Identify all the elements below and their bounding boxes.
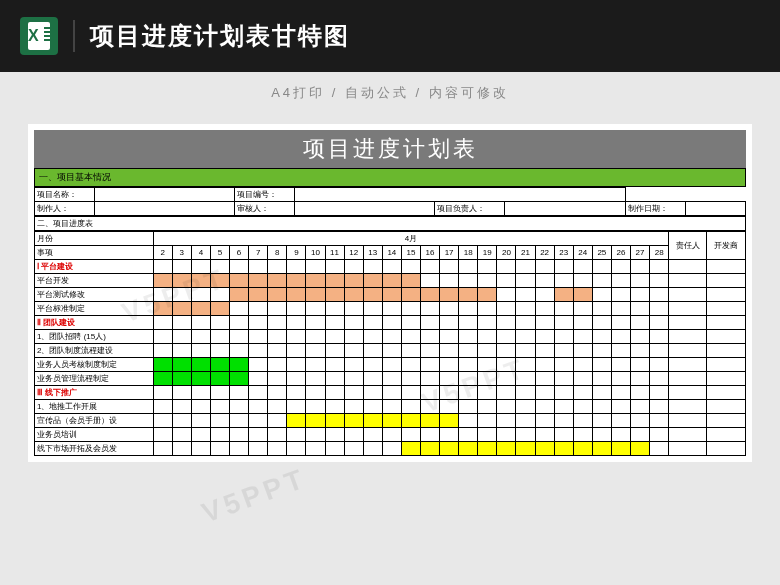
gantt-cell[interactable] — [478, 274, 497, 288]
cell[interactable] — [268, 316, 287, 330]
gantt-cell[interactable] — [554, 400, 573, 414]
cell[interactable] — [420, 386, 439, 400]
gantt-cell[interactable] — [363, 442, 382, 456]
gantt-cell[interactable] — [172, 428, 191, 442]
gantt-cell[interactable] — [535, 428, 554, 442]
gantt-cell[interactable] — [287, 414, 306, 428]
cell[interactable] — [459, 316, 478, 330]
cell[interactable] — [669, 372, 707, 386]
gantt-cell[interactable] — [249, 442, 268, 456]
gantt-cell[interactable] — [516, 358, 535, 372]
gantt-cell[interactable] — [401, 414, 420, 428]
gantt-cell[interactable] — [306, 400, 325, 414]
cell[interactable] — [153, 386, 172, 400]
gantt-cell[interactable] — [554, 274, 573, 288]
gantt-cell[interactable] — [554, 372, 573, 386]
gantt-cell[interactable] — [344, 344, 363, 358]
gantt-cell[interactable] — [153, 372, 172, 386]
gantt-cell[interactable] — [153, 344, 172, 358]
gantt-cell[interactable] — [306, 330, 325, 344]
cell[interactable] — [191, 316, 210, 330]
gantt-cell[interactable] — [459, 372, 478, 386]
gantt-cell[interactable] — [420, 414, 439, 428]
gantt-cell[interactable] — [306, 288, 325, 302]
gantt-cell[interactable] — [554, 330, 573, 344]
gantt-cell[interactable] — [459, 414, 478, 428]
gantt-cell[interactable] — [516, 442, 535, 456]
cell[interactable] — [325, 260, 344, 274]
gantt-cell[interactable] — [401, 302, 420, 316]
gantt-cell[interactable] — [230, 288, 249, 302]
gantt-cell[interactable] — [535, 288, 554, 302]
cell[interactable] — [268, 260, 287, 274]
gantt-cell[interactable] — [420, 330, 439, 344]
cell[interactable] — [707, 428, 746, 442]
gantt-cell[interactable] — [535, 344, 554, 358]
gantt-cell[interactable] — [478, 288, 497, 302]
gantt-cell[interactable] — [631, 442, 650, 456]
cell[interactable] — [363, 260, 382, 274]
input-cell[interactable] — [295, 188, 626, 202]
cell[interactable] — [210, 316, 229, 330]
cell[interactable] — [287, 260, 306, 274]
cell[interactable] — [459, 260, 478, 274]
gantt-cell[interactable] — [191, 302, 210, 316]
gantt-cell[interactable] — [210, 400, 229, 414]
gantt-cell[interactable] — [210, 330, 229, 344]
gantt-cell[interactable] — [230, 302, 249, 316]
gantt-cell[interactable] — [325, 442, 344, 456]
gantt-cell[interactable] — [535, 274, 554, 288]
gantt-cell[interactable] — [440, 302, 459, 316]
gantt-cell[interactable] — [249, 330, 268, 344]
cell[interactable] — [669, 302, 707, 316]
gantt-cell[interactable] — [440, 400, 459, 414]
cell[interactable] — [611, 260, 630, 274]
gantt-cell[interactable] — [573, 358, 592, 372]
gantt-cell[interactable] — [210, 358, 229, 372]
gantt-cell[interactable] — [230, 442, 249, 456]
gantt-cell[interactable] — [325, 400, 344, 414]
gantt-cell[interactable] — [153, 428, 172, 442]
cell[interactable] — [440, 386, 459, 400]
gantt-cell[interactable] — [478, 428, 497, 442]
cell[interactable] — [382, 386, 401, 400]
gantt-cell[interactable] — [153, 442, 172, 456]
gantt-cell[interactable] — [459, 288, 478, 302]
gantt-cell[interactable] — [420, 428, 439, 442]
cell[interactable] — [306, 316, 325, 330]
gantt-cell[interactable] — [191, 414, 210, 428]
gantt-cell[interactable] — [306, 442, 325, 456]
cell[interactable] — [707, 330, 746, 344]
gantt-cell[interactable] — [592, 344, 611, 358]
gantt-cell[interactable] — [650, 330, 669, 344]
cell[interactable] — [707, 442, 746, 456]
gantt-cell[interactable] — [287, 302, 306, 316]
gantt-cell[interactable] — [420, 344, 439, 358]
cell[interactable] — [669, 442, 707, 456]
cell[interactable] — [478, 316, 497, 330]
cell[interactable] — [172, 386, 191, 400]
gantt-cell[interactable] — [344, 330, 363, 344]
gantt-cell[interactable] — [497, 344, 516, 358]
cell[interactable] — [554, 316, 573, 330]
gantt-cell[interactable] — [478, 302, 497, 316]
gantt-cell[interactable] — [497, 274, 516, 288]
gantt-cell[interactable] — [172, 442, 191, 456]
gantt-cell[interactable] — [344, 358, 363, 372]
cell[interactable] — [287, 386, 306, 400]
cell[interactable] — [268, 386, 287, 400]
gantt-cell[interactable] — [440, 414, 459, 428]
cell[interactable] — [707, 372, 746, 386]
gantt-cell[interactable] — [631, 414, 650, 428]
gantt-cell[interactable] — [420, 288, 439, 302]
gantt-cell[interactable] — [172, 330, 191, 344]
gantt-cell[interactable] — [631, 274, 650, 288]
gantt-cell[interactable] — [363, 414, 382, 428]
cell[interactable] — [669, 274, 707, 288]
gantt-cell[interactable] — [611, 288, 630, 302]
gantt-cell[interactable] — [573, 372, 592, 386]
cell[interactable] — [669, 428, 707, 442]
cell[interactable] — [592, 386, 611, 400]
gantt-cell[interactable] — [611, 428, 630, 442]
gantt-cell[interactable] — [230, 330, 249, 344]
